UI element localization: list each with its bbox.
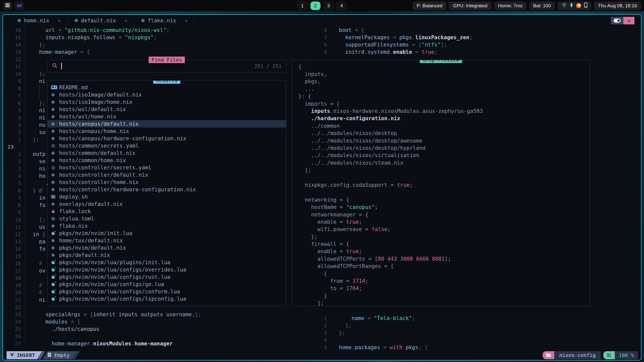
result-item[interactable]: pkgs/nvim/nvim/lua/plugins/init.lua [48, 259, 286, 266]
result-item[interactable]: ❄hosts/controller/home.nix [48, 178, 286, 186]
result-item[interactable]: ⚙stylua.toml [48, 215, 286, 222]
result-item[interactable]: ❄overlays/default.nix [48, 200, 286, 208]
result-item[interactable]: ❄hosts/wsl/home.nix [48, 113, 286, 120]
result-item[interactable]: ❄hosts/common/default.nix [48, 149, 286, 157]
result-label: hosts/wsl/home.nix [59, 114, 116, 120]
code-text: ni [24, 296, 46, 303]
line-number: 11 [3, 64, 24, 70]
line-number: 4 [309, 337, 331, 343]
code-text [331, 336, 339, 344]
code-text: }; [24, 99, 46, 107]
preview-code: { inputs, pkgs, ...}: { imports = [ inpu… [292, 60, 590, 306]
workspace-button-3[interactable]: 3 [324, 2, 334, 10]
result-item[interactable]: pkgs/nvim/nvim/lua/configs/rust.lua [48, 273, 286, 281]
tab-home.nix[interactable]: ❄home.nix× [15, 15, 67, 26]
lua-file-icon [51, 267, 59, 272]
window-close-button[interactable]: × [623, 17, 634, 24]
lua-file-icon [51, 282, 59, 287]
tab-default.nix[interactable]: ❄default.nix× [72, 15, 134, 26]
result-item[interactable]: ❄hosts/controller/hardware-configuration… [48, 186, 286, 193]
line-number: 16 [3, 27, 24, 33]
result-item[interactable]: pkgs/nvim/nvim/init.lua [48, 230, 286, 237]
wifi-icon[interactable] [561, 3, 567, 9]
result-item[interactable]: M↓README.md [48, 84, 286, 91]
result-item[interactable]: ❄hosts/canopus/home.nix [48, 127, 286, 135]
gear-file-icon: ⚙ [51, 143, 59, 149]
result-item[interactable]: ❄hosts/common/home.nix [48, 157, 286, 164]
shell-logo[interactable]: $W [15, 2, 24, 10]
result-label: overlays/default.nix [59, 201, 123, 207]
bluetooth-icon[interactable] [570, 3, 573, 9]
code-text: ov [24, 267, 46, 274]
lua-file-icon [51, 231, 59, 236]
tab-close-icon[interactable]: × [58, 18, 61, 24]
result-item[interactable]: pkgs/nvim/nvim/lua/configs/lspconfig.lua [48, 295, 286, 302]
app-launcher-button[interactable] [3, 2, 12, 10]
result-item[interactable]: ❄hosts/canopus/hardware-configuration.ni… [48, 135, 286, 142]
result-item[interactable]: flake.lock [48, 208, 286, 215]
result-item[interactable]: ❄home/tux/default.nix [48, 237, 286, 244]
workspace-button-2[interactable]: 2 [310, 2, 320, 10]
result-item[interactable]: ❄hosts/wsl/default.nix [48, 106, 286, 113]
nix-file-icon: ❄ [51, 136, 59, 141]
code-text: us [24, 223, 46, 231]
result-item[interactable]: pkgs/nvim/nvim/lua/configs/go.lua [48, 281, 286, 288]
line-number: 2 [3, 158, 24, 164]
code-text: }; [24, 70, 46, 77]
code-text: supportedFilesystems = ["ntfs"]; [331, 41, 447, 48]
nix-file-icon: ❄ [51, 187, 59, 192]
preview-line: ../../modules/nixos/desktop/awesome [298, 137, 590, 144]
result-label: pkgs/nvim/nvim/lua/plugins/init.lua [59, 259, 171, 265]
preview-line: networking = { [298, 196, 590, 203]
tab-label: home.nix [24, 18, 49, 24]
find-files-popup: Find Files 251 / 251 [47, 60, 286, 72]
markdown-file-icon: M↓ [51, 85, 59, 89]
result-item[interactable]: ❄hosts/controller/default.nix [48, 171, 286, 178]
gear-blue-file-icon: ⚙ [51, 216, 59, 221]
tab-flake.nix[interactable]: ❄flake.nix× [138, 15, 194, 26]
scroll-progress: 100 % [615, 351, 638, 359]
toggle-icon [614, 19, 621, 23]
line-number: 5 [3, 180, 24, 186]
nix-file-icon: ❄ [51, 172, 59, 178]
window-toggle-button[interactable] [611, 17, 623, 24]
code-text [24, 252, 33, 260]
code-line: 26 [3, 333, 309, 340]
result-item[interactable]: ❄pkgs/default.nix [48, 251, 286, 259]
code-text: so [24, 128, 46, 136]
code-line: 4 [309, 336, 641, 344]
tab-bar: ❄home.nix×❄default.nix×❄flake.nix× × [3, 15, 641, 26]
preview-line: ../common [298, 122, 590, 129]
code-text: ./hosts/canopus [24, 325, 100, 333]
result-label: pkgs/nvim/nvim/lua/configs/go.lua [59, 281, 164, 287]
code-line: 7 kernelPackages = pkgs.linuxPackages_ze… [309, 34, 641, 41]
line-number: 6 [3, 188, 24, 194]
result-item[interactable]: >_deploy.sh [48, 193, 286, 200]
phone-icon[interactable] [584, 3, 587, 9]
result-item[interactable]: pkgs/nvim/nvim/lua/configs/overrides.lua [48, 266, 286, 273]
tab-close-icon[interactable]: × [185, 18, 188, 24]
code-text: nu [24, 121, 46, 128]
workspace-button-4[interactable]: 4 [337, 2, 347, 10]
clock-text: Thu Aug 08, 18:16 [598, 3, 637, 9]
result-label: hosts/controller/hardware-configuration.… [59, 187, 196, 193]
result-item[interactable]: pkgs/nvim/nvim/lua/configs/conform.lua [48, 288, 286, 295]
code-text: home-manager.nixosModules.home-manager [24, 340, 173, 347]
nix-file-icon: ❄ [51, 121, 59, 127]
tab-close-icon[interactable]: × [125, 18, 128, 24]
result-item[interactable]: ⚙hosts/common/secrets.yaml [48, 142, 286, 149]
nix-file-icon: ❄ [51, 92, 59, 98]
code-text [24, 56, 33, 63]
preview-line: ../../modules/nixos/desktop [298, 130, 590, 137]
preview-line: enable = true; [298, 248, 590, 255]
result-item[interactable]: ❄hosts/isoImage/home.nix [48, 98, 286, 106]
result-item[interactable]: ❄flake.nix [48, 222, 286, 230]
result-item[interactable]: ❄hosts/isoImage/default.nix [48, 91, 286, 98]
result-item[interactable]: ⚙hosts/controller/secrets.yaml [48, 164, 286, 171]
power-profile-chip: P: Balanced [413, 2, 446, 10]
firefox-icon[interactable] [576, 3, 581, 8]
result-item[interactable]: ❄hosts/canopus/default.nix [48, 120, 286, 127]
code-line: 3}; [309, 329, 641, 336]
workspace-button-1[interactable]: 1 [297, 2, 307, 10]
result-item[interactable]: ❄pkgs/nvim/default.nix [48, 244, 286, 251]
